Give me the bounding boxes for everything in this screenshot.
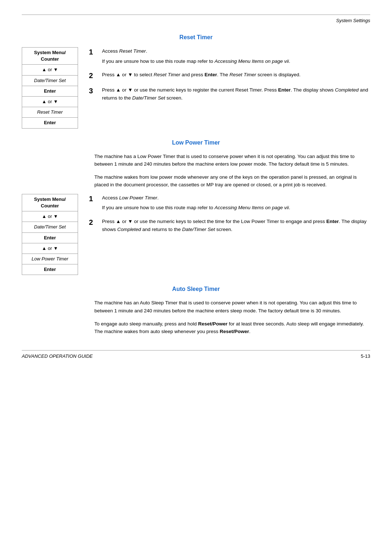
step-2: 2 Press ▲ or ▼ to select Reset Timer and… bbox=[89, 71, 370, 80]
step-number: 2 bbox=[89, 218, 98, 227]
step-content: Press ▲ or ▼ or use the numeric keys to … bbox=[102, 218, 370, 233]
nav-row: Enter bbox=[22, 118, 78, 128]
nav-row: ▲ or ▼ bbox=[22, 65, 78, 75]
low-power-timer-title: Low Power Timer bbox=[22, 139, 370, 146]
reset-timer-title: Reset Timer bbox=[22, 34, 370, 41]
step-number: 3 bbox=[89, 86, 98, 96]
auto-sleep-timer-section: Auto Sleep Timer The machine has an Auto… bbox=[22, 286, 370, 335]
step-content: Press ▲ or ▼ to select Reset Timer and p… bbox=[102, 71, 370, 79]
top-border bbox=[22, 15, 370, 15]
reset-timer-section: Reset Timer System Menu/Counter ▲ or ▼ D… bbox=[22, 34, 370, 129]
page: System Settings Reset Timer System Menu/… bbox=[0, 0, 392, 555]
step-1: 1 Access Reset Timer. If you are unsure … bbox=[89, 47, 370, 65]
nav-row: System Menu/Counter bbox=[22, 48, 78, 65]
page-footer: ADVANCED OPERATION GUIDE 5-13 bbox=[22, 353, 370, 359]
nav-row: Enter bbox=[22, 86, 78, 97]
low-power-timer-section: Low Power Timer The machine has a Low Po… bbox=[22, 139, 370, 275]
low-power-desc-1: The machine has a Low Power Timer that i… bbox=[94, 153, 370, 168]
step-content: Press ▲ or ▼ or use the numeric keys to … bbox=[102, 86, 370, 102]
header-title: System Settings bbox=[336, 18, 370, 23]
footer-left: ADVANCED OPERATION GUIDE bbox=[22, 353, 93, 359]
nav-row: Enter bbox=[22, 233, 78, 243]
nav-row: Reset Timer bbox=[22, 107, 78, 118]
step-number: 1 bbox=[89, 194, 98, 203]
nav-row: Enter bbox=[22, 264, 78, 275]
nav-row: ▲ or ▼ bbox=[22, 97, 78, 107]
nav-row: ▲ or ▼ bbox=[22, 211, 78, 222]
nav-row: ▲ or ▼ bbox=[22, 243, 78, 254]
bottom-border bbox=[22, 350, 370, 351]
low-power-desc-2: The machine wakes from low power mode wh… bbox=[94, 173, 370, 189]
nav-row: Date/Timer Set bbox=[22, 76, 78, 86]
step-content: Access Low Power Timer. If you are unsur… bbox=[102, 194, 370, 212]
reset-timer-content: System Menu/Counter ▲ or ▼ Date/Timer Se… bbox=[22, 47, 370, 129]
reset-timer-steps: 1 Access Reset Timer. If you are unsure … bbox=[89, 47, 370, 129]
nav-row: System Menu/Counter bbox=[22, 194, 78, 211]
auto-sleep-desc-2: To engage auto sleep manually, press and… bbox=[94, 320, 370, 336]
low-power-timer-steps: 1 Access Low Power Timer. If you are uns… bbox=[89, 194, 370, 275]
nav-row: Low Power Timer bbox=[22, 254, 78, 264]
step-1: 1 Access Low Power Timer. If you are uns… bbox=[89, 194, 370, 212]
step-3: 3 Press ▲ or ▼ or use the numeric keys t… bbox=[89, 86, 370, 102]
step-number: 2 bbox=[89, 71, 98, 80]
page-header: System Settings bbox=[22, 18, 370, 23]
step-number: 1 bbox=[89, 47, 98, 57]
footer-right: 5-13 bbox=[361, 353, 370, 359]
low-power-timer-content: System Menu/Counter ▲ or ▼ Date/Timer Se… bbox=[22, 194, 370, 275]
auto-sleep-desc-1: The machine has an Auto Sleep Timer that… bbox=[94, 299, 370, 315]
step-2: 2 Press ▲ or ▼ or use the numeric keys t… bbox=[89, 218, 370, 233]
reset-timer-nav-box: System Menu/Counter ▲ or ▼ Date/Timer Se… bbox=[22, 47, 78, 129]
nav-row: Date/Timer Set bbox=[22, 222, 78, 232]
auto-sleep-timer-title: Auto Sleep Timer bbox=[22, 286, 370, 292]
low-power-timer-nav-box: System Menu/Counter ▲ or ▼ Date/Timer Se… bbox=[22, 194, 78, 275]
step-content: Access Reset Timer. If you are unsure ho… bbox=[102, 47, 370, 65]
